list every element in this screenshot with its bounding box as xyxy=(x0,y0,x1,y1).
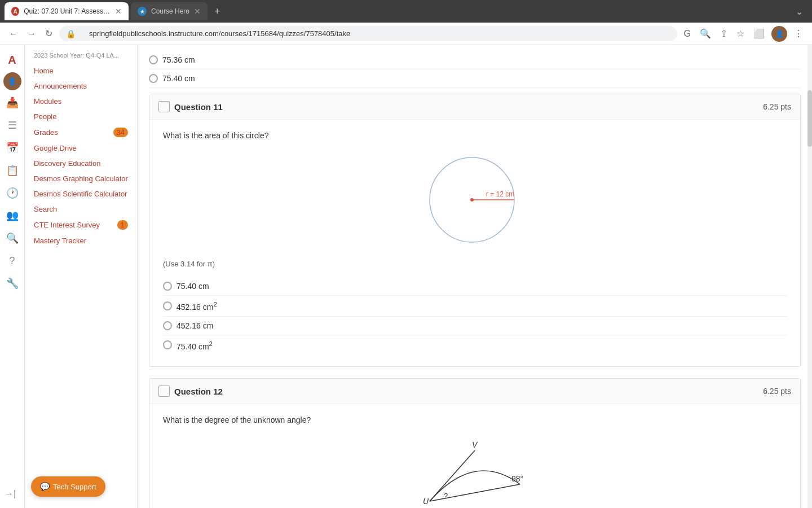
svg-line-5 xyxy=(430,484,520,501)
radio-q11-d[interactable] xyxy=(163,340,172,349)
radio-prev-1[interactable] xyxy=(149,55,158,64)
forward-button[interactable]: → xyxy=(25,27,38,41)
sidebar-item-people[interactable]: People xyxy=(25,109,137,124)
sidebar-cte-badge: 1 xyxy=(117,220,128,230)
tab-overflow-icon[interactable]: ⌄ xyxy=(791,4,807,19)
rail-grades-icon[interactable]: 📋 xyxy=(2,160,23,181)
tech-support-icon: 💬 xyxy=(40,482,50,491)
content-area: 75.36 cm 75.40 cm Question 11 6.25 pts W… xyxy=(138,45,812,508)
question-11-card: Question 11 6.25 pts What is the area of… xyxy=(149,94,801,367)
tech-support-button[interactable]: 💬 Tech Support xyxy=(31,476,105,497)
rail-search-icon[interactable]: 🔍 xyxy=(2,228,23,248)
question-12-flag[interactable] xyxy=(158,386,170,397)
tab-quiz[interactable]: A Quiz: 07.20 Unit 7: Assessmen... ✕ xyxy=(5,2,129,20)
prev-option-2-text: 75.40 cm xyxy=(162,74,195,83)
radio-q11-a[interactable] xyxy=(163,282,172,291)
question-12-header: Question 12 6.25 pts xyxy=(149,379,800,404)
svg-point-2 xyxy=(470,198,474,202)
sidebar-item-desmos-scientific[interactable]: Desmos Scientific Calculator xyxy=(25,186,137,202)
icon-rail: A 👤 📥 ☰ 📅 📋 🕐 👥 🔍 ? 🔧 xyxy=(0,45,25,508)
q11-option-c-text: 452.16 cm xyxy=(176,321,213,330)
reload-button[interactable]: ↻ xyxy=(43,26,55,41)
radio-q11-b[interactable] xyxy=(163,301,172,310)
logout-icon[interactable]: →| xyxy=(5,489,16,499)
zoom-icon[interactable]: 🔍 xyxy=(698,26,713,41)
scrollbar-thumb[interactable] xyxy=(807,90,812,147)
scrollbar-track[interactable] xyxy=(807,45,812,508)
prev-question-options: 75.36 cm 75.40 cm xyxy=(149,45,801,94)
svg-text:98°: 98° xyxy=(511,474,523,483)
secure-icon: 🔒 xyxy=(66,29,76,38)
question-11-header: Question 11 6.25 pts xyxy=(149,94,800,120)
question-12-card: Question 12 6.25 pts What is the degree … xyxy=(149,378,801,508)
angle-diagram: V U ? 98° xyxy=(163,433,787,508)
sidebar-item-home[interactable]: Home xyxy=(25,63,137,78)
bookmark-icon[interactable]: ☆ xyxy=(734,26,747,41)
rail-avatar[interactable]: 👤 xyxy=(3,72,21,90)
radio-q11-c[interactable] xyxy=(163,321,172,330)
sidebar-item-cte-label: CTE Interest Survey xyxy=(34,221,100,229)
share-icon[interactable]: ⇧ xyxy=(718,26,730,41)
angle-svg: V U ? 98° xyxy=(413,439,537,508)
sidebar-school-label: 2023 School Year: Q4-Q4 LA... xyxy=(25,50,137,63)
tab-switcher-icon[interactable]: ⬜ xyxy=(751,26,767,41)
google-icon[interactable]: G xyxy=(682,27,693,41)
question-12-title: Question 12 xyxy=(174,387,223,396)
back-button[interactable]: ← xyxy=(7,27,20,41)
rail-calendar-icon[interactable]: 📅 xyxy=(2,138,23,158)
circle-svg: r = 12 cm xyxy=(418,149,531,251)
url-input[interactable] xyxy=(80,26,670,41)
q11-option-d[interactable]: 75.40 cm2 xyxy=(163,335,787,356)
question-11-header-left: Question 11 xyxy=(158,101,223,112)
rail-logo[interactable]: A xyxy=(2,50,23,70)
q11-option-c[interactable]: 452.16 cm xyxy=(163,317,787,335)
q11-option-b[interactable]: 452.16 cm2 xyxy=(163,296,787,317)
radio-prev-2[interactable] xyxy=(149,74,158,83)
sidebar-item-modules[interactable]: Modules xyxy=(25,94,137,109)
sidebar-item-google-drive[interactable]: Google Drive xyxy=(25,141,137,156)
rail-list-icon[interactable]: ☰ xyxy=(2,115,23,135)
tab-course-hero[interactable]: ★ Course Hero ✕ xyxy=(131,2,208,20)
tab-favicon-quiz: A xyxy=(11,7,19,16)
browser-toolbar: G 🔍 ⇧ ☆ ⬜ 👤 ⋮ xyxy=(682,26,805,42)
circle-diagram: r = 12 cm xyxy=(163,149,787,251)
prev-option-2[interactable]: 75.40 cm xyxy=(149,69,801,88)
question-12-text: What is the degree of the unknown angle? xyxy=(163,415,787,424)
sidebar-item-search[interactable]: Search xyxy=(25,202,137,217)
tab-favicon-hero: ★ xyxy=(138,7,147,16)
new-tab-button[interactable]: + xyxy=(210,3,225,20)
rail-clock-icon[interactable]: 🕐 xyxy=(2,183,23,203)
menu-icon[interactable]: ⋮ xyxy=(792,26,805,41)
rail-help-icon[interactable]: ? xyxy=(2,251,23,271)
sidebar-item-desmos-graphing[interactable]: Desmos Graphing Calculator xyxy=(25,171,137,186)
sidebar-item-grades-row[interactable]: Grades 34 xyxy=(25,124,137,141)
user-avatar[interactable]: 👤 xyxy=(771,26,787,42)
address-bar: ← → ↻ 🔒 G 🔍 ⇧ ☆ ⬜ 👤 ⋮ xyxy=(0,23,812,45)
tab-close-hero[interactable]: ✕ xyxy=(194,7,201,16)
sidebar: 2023 School Year: Q4-Q4 LA... Home Annou… xyxy=(25,45,138,508)
prev-option-1[interactable]: 75.36 cm xyxy=(149,51,801,69)
tab-close-quiz[interactable]: ✕ xyxy=(115,7,122,16)
sidebar-item-announcements[interactable]: Announcements xyxy=(25,78,137,94)
svg-text:U: U xyxy=(423,497,429,506)
rail-tools-icon[interactable]: 🔧 xyxy=(2,273,23,294)
q11-option-b-text: 452.16 cm2 xyxy=(176,300,217,312)
rail-inbox-icon[interactable]: 📥 xyxy=(2,93,23,113)
rail-people-icon[interactable]: 👥 xyxy=(2,205,23,226)
question-11-flag[interactable] xyxy=(158,101,170,112)
question-12-body: What is the degree of the unknown angle?… xyxy=(149,404,800,508)
sidebar-item-mastery-tracker[interactable]: Mastery Tracker xyxy=(25,233,137,248)
tab-title-quiz: Quiz: 07.20 Unit 7: Assessmen... xyxy=(24,7,111,15)
sidebar-item-cte-row[interactable]: CTE Interest Survey 1 xyxy=(25,217,137,233)
sidebar-item-discovery-education[interactable]: Discovery Education xyxy=(25,156,137,171)
question-12-points: 6.25 pts xyxy=(763,387,791,396)
main-layout: A 👤 📥 ☰ 📅 📋 🕐 👥 🔍 ? 🔧 2023 School Year: … xyxy=(0,45,812,508)
q11-option-a[interactable]: 75.40 cm xyxy=(163,277,787,296)
q11-option-a-text: 75.40 cm xyxy=(176,282,209,291)
tab-title-hero: Course Hero xyxy=(151,7,189,15)
question-11-body: What is the area of this circle? r = 12 … xyxy=(149,120,800,366)
question-11-text: What is the area of this circle? xyxy=(163,131,787,140)
browser-chrome: A Quiz: 07.20 Unit 7: Assessmen... ✕ ★ C… xyxy=(0,0,812,45)
question-11-points: 6.25 pts xyxy=(763,102,791,111)
pi-note: (Use 3.14 for π) xyxy=(163,260,787,268)
